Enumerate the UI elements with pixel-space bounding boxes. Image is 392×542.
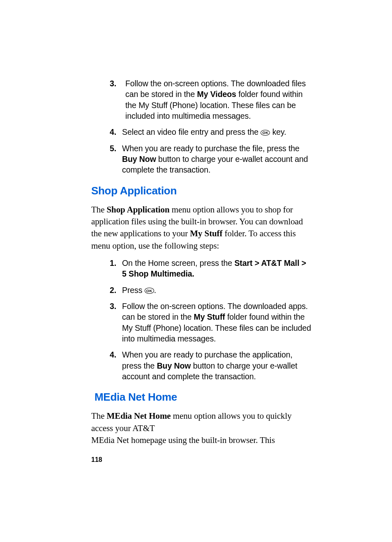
list-number: 1. [110, 258, 116, 268]
list-item: 4.When you are ready to purchase the app… [110, 349, 312, 382]
list-item: 3.Follow the on-screen options. The down… [110, 301, 312, 344]
top-numbered-list: 3. Follow the on-screen options. The dow… [110, 78, 312, 175]
heading-shop-application: Shop Application [91, 185, 312, 197]
list-item: 3. Follow the on-screen options. The dow… [110, 78, 312, 121]
ok-key-icon: OK [145, 288, 154, 294]
list-item: 4.Select an video file entry and press t… [110, 127, 312, 137]
para-shop-application: The Shop Application menu option allows … [91, 204, 312, 252]
heading-media-net-home: MEdia Net Home [95, 391, 312, 404]
list-item: 5.When you are ready to purchase the fil… [110, 143, 312, 175]
list-number: 3. [110, 301, 116, 311]
list-number: 3. [110, 78, 116, 89]
page-number: 118 [91, 456, 102, 464]
list-number: 4. [110, 349, 116, 360]
list-number: 5. [110, 143, 116, 154]
mid-numbered-list: 1.On the Home screen, press the Start > … [110, 258, 312, 382]
list-item: 1.On the Home screen, press the Start > … [110, 258, 312, 279]
list-number: 2. [110, 285, 116, 295]
para-media-net-home: The MEdia Net Home menu option allows yo… [91, 410, 312, 446]
list-number: 4. [110, 127, 116, 137]
list-item: 2.Press OK. [110, 285, 312, 295]
ok-key-icon: OK [261, 130, 270, 136]
